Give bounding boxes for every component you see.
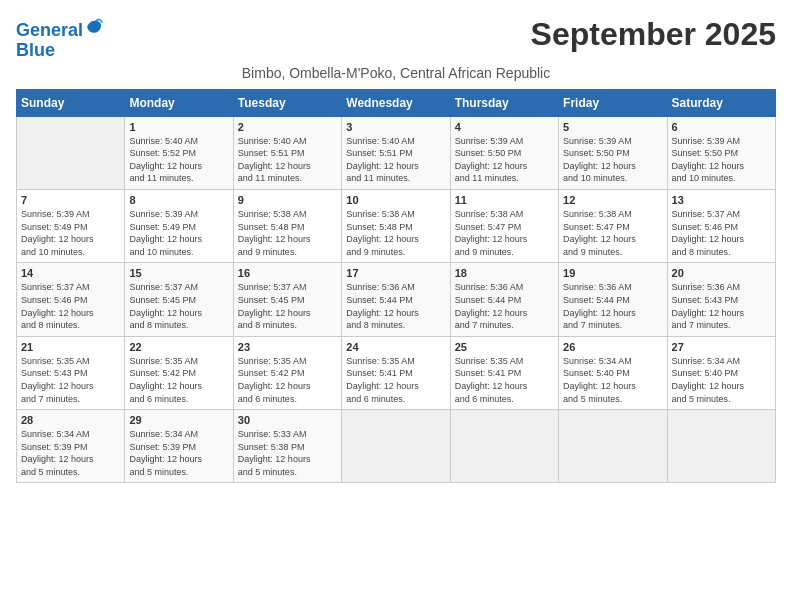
day-number: 14 [21, 267, 120, 279]
day-number: 16 [238, 267, 337, 279]
day-header-thursday: Thursday [450, 89, 558, 116]
calendar-cell: 5Sunrise: 5:39 AM Sunset: 5:50 PM Daylig… [559, 116, 667, 189]
calendar-cell: 6Sunrise: 5:39 AM Sunset: 5:50 PM Daylig… [667, 116, 775, 189]
day-number: 7 [21, 194, 120, 206]
day-detail: Sunrise: 5:38 AM Sunset: 5:47 PM Dayligh… [563, 208, 662, 258]
logo-text: General Blue [16, 16, 104, 61]
calendar-cell [450, 410, 558, 483]
calendar-cell: 7Sunrise: 5:39 AM Sunset: 5:49 PM Daylig… [17, 189, 125, 262]
day-number: 23 [238, 341, 337, 353]
calendar-cell: 3Sunrise: 5:40 AM Sunset: 5:51 PM Daylig… [342, 116, 450, 189]
calendar-cell [667, 410, 775, 483]
day-number: 30 [238, 414, 337, 426]
day-number: 25 [455, 341, 554, 353]
calendar-cell: 17Sunrise: 5:36 AM Sunset: 5:44 PM Dayli… [342, 263, 450, 336]
day-number: 8 [129, 194, 228, 206]
day-detail: Sunrise: 5:36 AM Sunset: 5:43 PM Dayligh… [672, 281, 771, 331]
calendar-cell: 13Sunrise: 5:37 AM Sunset: 5:46 PM Dayli… [667, 189, 775, 262]
day-number: 10 [346, 194, 445, 206]
calendar-cell [17, 116, 125, 189]
day-number: 9 [238, 194, 337, 206]
day-detail: Sunrise: 5:35 AM Sunset: 5:42 PM Dayligh… [129, 355, 228, 405]
day-number: 19 [563, 267, 662, 279]
day-number: 18 [455, 267, 554, 279]
calendar-cell: 25Sunrise: 5:35 AM Sunset: 5:41 PM Dayli… [450, 336, 558, 409]
day-detail: Sunrise: 5:37 AM Sunset: 5:46 PM Dayligh… [21, 281, 120, 331]
calendar-cell: 20Sunrise: 5:36 AM Sunset: 5:43 PM Dayli… [667, 263, 775, 336]
calendar-cell [559, 410, 667, 483]
day-detail: Sunrise: 5:35 AM Sunset: 5:43 PM Dayligh… [21, 355, 120, 405]
day-detail: Sunrise: 5:37 AM Sunset: 5:46 PM Dayligh… [672, 208, 771, 258]
day-detail: Sunrise: 5:39 AM Sunset: 5:50 PM Dayligh… [455, 135, 554, 185]
day-number: 21 [21, 341, 120, 353]
day-number: 3 [346, 121, 445, 133]
day-header-tuesday: Tuesday [233, 89, 341, 116]
day-number: 24 [346, 341, 445, 353]
day-number: 2 [238, 121, 337, 133]
calendar-cell: 27Sunrise: 5:34 AM Sunset: 5:40 PM Dayli… [667, 336, 775, 409]
day-detail: Sunrise: 5:37 AM Sunset: 5:45 PM Dayligh… [129, 281, 228, 331]
day-detail: Sunrise: 5:39 AM Sunset: 5:50 PM Dayligh… [672, 135, 771, 185]
calendar-cell: 4Sunrise: 5:39 AM Sunset: 5:50 PM Daylig… [450, 116, 558, 189]
calendar-cell: 29Sunrise: 5:34 AM Sunset: 5:39 PM Dayli… [125, 410, 233, 483]
day-detail: Sunrise: 5:36 AM Sunset: 5:44 PM Dayligh… [455, 281, 554, 331]
calendar-table: SundayMondayTuesdayWednesdayThursdayFrid… [16, 89, 776, 484]
day-number: 28 [21, 414, 120, 426]
day-detail: Sunrise: 5:39 AM Sunset: 5:49 PM Dayligh… [21, 208, 120, 258]
day-detail: Sunrise: 5:34 AM Sunset: 5:39 PM Dayligh… [129, 428, 228, 478]
day-number: 11 [455, 194, 554, 206]
day-detail: Sunrise: 5:35 AM Sunset: 5:42 PM Dayligh… [238, 355, 337, 405]
day-detail: Sunrise: 5:34 AM Sunset: 5:40 PM Dayligh… [672, 355, 771, 405]
day-detail: Sunrise: 5:33 AM Sunset: 5:38 PM Dayligh… [238, 428, 337, 478]
month-title: September 2025 [531, 16, 776, 53]
day-number: 4 [455, 121, 554, 133]
day-number: 26 [563, 341, 662, 353]
day-header-monday: Monday [125, 89, 233, 116]
day-detail: Sunrise: 5:38 AM Sunset: 5:48 PM Dayligh… [346, 208, 445, 258]
day-detail: Sunrise: 5:37 AM Sunset: 5:45 PM Dayligh… [238, 281, 337, 331]
day-number: 5 [563, 121, 662, 133]
calendar-cell: 9Sunrise: 5:38 AM Sunset: 5:48 PM Daylig… [233, 189, 341, 262]
day-detail: Sunrise: 5:40 AM Sunset: 5:51 PM Dayligh… [238, 135, 337, 185]
calendar-cell: 15Sunrise: 5:37 AM Sunset: 5:45 PM Dayli… [125, 263, 233, 336]
day-number: 1 [129, 121, 228, 133]
day-number: 20 [672, 267, 771, 279]
day-number: 13 [672, 194, 771, 206]
day-detail: Sunrise: 5:35 AM Sunset: 5:41 PM Dayligh… [455, 355, 554, 405]
logo: General Blue [16, 16, 104, 61]
calendar-cell: 24Sunrise: 5:35 AM Sunset: 5:41 PM Dayli… [342, 336, 450, 409]
day-detail: Sunrise: 5:36 AM Sunset: 5:44 PM Dayligh… [563, 281, 662, 331]
calendar-cell: 21Sunrise: 5:35 AM Sunset: 5:43 PM Dayli… [17, 336, 125, 409]
day-detail: Sunrise: 5:35 AM Sunset: 5:41 PM Dayligh… [346, 355, 445, 405]
day-detail: Sunrise: 5:40 AM Sunset: 5:52 PM Dayligh… [129, 135, 228, 185]
calendar-cell: 18Sunrise: 5:36 AM Sunset: 5:44 PM Dayli… [450, 263, 558, 336]
calendar-cell: 28Sunrise: 5:34 AM Sunset: 5:39 PM Dayli… [17, 410, 125, 483]
day-detail: Sunrise: 5:39 AM Sunset: 5:49 PM Dayligh… [129, 208, 228, 258]
day-detail: Sunrise: 5:40 AM Sunset: 5:51 PM Dayligh… [346, 135, 445, 185]
day-number: 12 [563, 194, 662, 206]
calendar-cell: 8Sunrise: 5:39 AM Sunset: 5:49 PM Daylig… [125, 189, 233, 262]
day-header-wednesday: Wednesday [342, 89, 450, 116]
day-detail: Sunrise: 5:38 AM Sunset: 5:48 PM Dayligh… [238, 208, 337, 258]
day-number: 17 [346, 267, 445, 279]
day-number: 22 [129, 341, 228, 353]
day-detail: Sunrise: 5:36 AM Sunset: 5:44 PM Dayligh… [346, 281, 445, 331]
calendar-cell: 10Sunrise: 5:38 AM Sunset: 5:48 PM Dayli… [342, 189, 450, 262]
day-detail: Sunrise: 5:39 AM Sunset: 5:50 PM Dayligh… [563, 135, 662, 185]
calendar-cell: 2Sunrise: 5:40 AM Sunset: 5:51 PM Daylig… [233, 116, 341, 189]
day-header-friday: Friday [559, 89, 667, 116]
calendar-cell: 1Sunrise: 5:40 AM Sunset: 5:52 PM Daylig… [125, 116, 233, 189]
calendar-cell: 26Sunrise: 5:34 AM Sunset: 5:40 PM Dayli… [559, 336, 667, 409]
day-number: 6 [672, 121, 771, 133]
day-detail: Sunrise: 5:34 AM Sunset: 5:40 PM Dayligh… [563, 355, 662, 405]
calendar-cell: 30Sunrise: 5:33 AM Sunset: 5:38 PM Dayli… [233, 410, 341, 483]
calendar-cell: 23Sunrise: 5:35 AM Sunset: 5:42 PM Dayli… [233, 336, 341, 409]
calendar-cell: 11Sunrise: 5:38 AM Sunset: 5:47 PM Dayli… [450, 189, 558, 262]
subtitle: Bimbo, Ombella-M'Poko, Central African R… [16, 65, 776, 81]
calendar-cell: 19Sunrise: 5:36 AM Sunset: 5:44 PM Dayli… [559, 263, 667, 336]
day-number: 27 [672, 341, 771, 353]
calendar-cell: 22Sunrise: 5:35 AM Sunset: 5:42 PM Dayli… [125, 336, 233, 409]
day-number: 29 [129, 414, 228, 426]
day-number: 15 [129, 267, 228, 279]
day-header-saturday: Saturday [667, 89, 775, 116]
